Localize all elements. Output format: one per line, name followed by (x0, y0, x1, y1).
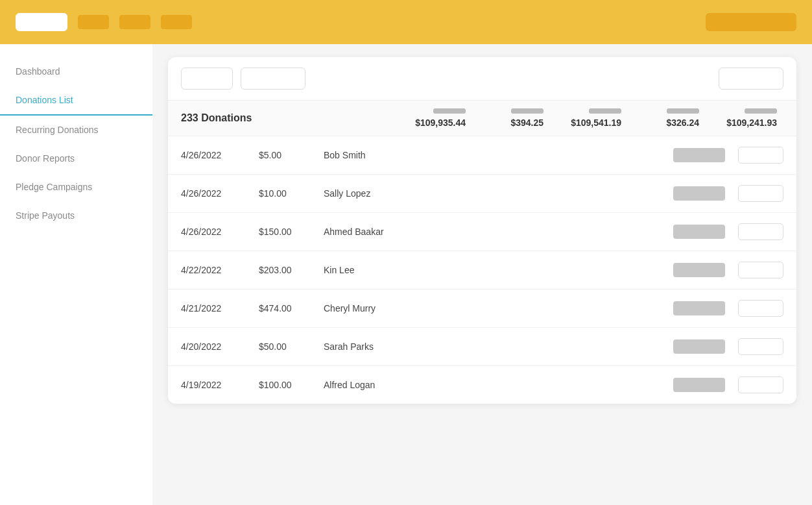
cell-donor-name: Bob Smith (324, 150, 673, 160)
export-button[interactable] (241, 68, 305, 90)
sidebar-item-dashboard[interactable]: Dashboard (0, 57, 152, 86)
navbar-left (16, 13, 192, 31)
table-row: 4/20/2022 $50.00 Sarah Parks (168, 328, 796, 366)
cell-date: 4/19/2022 (181, 380, 259, 390)
sidebar: Dashboard Donations List Recurring Donat… (0, 44, 152, 505)
cell-action-button[interactable] (738, 262, 783, 278)
summary-col-2: $394.25 (472, 108, 550, 128)
cell-status-badge (673, 186, 725, 201)
sidebar-item-recurring-donations[interactable]: Recurring Donations (0, 116, 152, 144)
cell-action-button[interactable] (738, 376, 783, 393)
cell-status-badge (673, 301, 725, 315)
cell-amount: $50.00 (259, 341, 324, 352)
summary-col-1: $109,935.44 (394, 108, 472, 128)
navbar-logo[interactable] (16, 13, 67, 31)
donations-card: 233 Donations $109,935.44 $394.25 $109,5… (168, 57, 796, 404)
summary-col-5: $109,241.93 (706, 108, 783, 128)
table-row: 4/21/2022 $474.00 Cheryl Murry (168, 289, 796, 328)
cell-amount: $150.00 (259, 227, 324, 237)
cell-donor-name: Cheryl Murry (324, 303, 673, 314)
cell-date: 4/26/2022 (181, 150, 259, 160)
cell-amount: $203.00 (259, 265, 324, 275)
cell-status-badge (673, 225, 725, 239)
table-row: 4/19/2022 $100.00 Alfred Logan (168, 366, 796, 404)
cell-donor-name: Kin Lee (324, 265, 673, 275)
sidebar-item-pledge-campaigns[interactable]: Pledge Campaigns (0, 173, 152, 201)
cell-date: 4/26/2022 (181, 188, 259, 199)
col5-label-bar (745, 108, 777, 114)
cell-action-button[interactable] (738, 147, 783, 164)
navbar (0, 0, 812, 44)
col1-value: $109,935.44 (415, 117, 466, 128)
cell-date: 4/26/2022 (181, 227, 259, 237)
table-row: 4/26/2022 $10.00 Sally Lopez (168, 175, 796, 213)
cell-date: 4/22/2022 (181, 265, 259, 275)
cell-date: 4/20/2022 (181, 341, 259, 352)
navbar-cta[interactable] (706, 13, 796, 31)
toolbar-left (181, 68, 305, 90)
summary-col-3: $109,541.19 (550, 108, 628, 128)
cell-amount: $10.00 (259, 188, 324, 199)
col2-label-bar (511, 108, 543, 114)
sidebar-item-stripe-payouts[interactable]: Stripe Payouts (0, 201, 152, 230)
cell-donor-name: Sarah Parks (324, 341, 673, 352)
cell-action-button[interactable] (738, 338, 783, 355)
add-donation-button[interactable] (719, 68, 783, 90)
col5-value: $109,241.93 (726, 117, 777, 128)
toolbar (168, 57, 796, 101)
sidebar-item-donations-list[interactable]: Donations List (0, 86, 152, 116)
table-row: 4/26/2022 $5.00 Bob Smith (168, 136, 796, 175)
cell-amount: $474.00 (259, 303, 324, 314)
navbar-link2[interactable] (119, 15, 150, 29)
sidebar-item-donor-reports[interactable]: Donor Reports (0, 144, 152, 173)
main-content: 233 Donations $109,935.44 $394.25 $109,5… (152, 44, 812, 505)
col4-label-bar (667, 108, 699, 114)
navbar-link1[interactable] (78, 15, 109, 29)
col1-label-bar (433, 108, 466, 114)
summary-columns: $109,935.44 $394.25 $109,541.19 $326.24 (311, 108, 783, 128)
cell-action-button[interactable] (738, 185, 783, 202)
cell-date: 4/21/2022 (181, 303, 259, 314)
filter-button[interactable] (181, 68, 233, 90)
main-layout: Dashboard Donations List Recurring Donat… (0, 44, 812, 505)
col4-value: $326.24 (666, 117, 699, 128)
donations-count: 233 Donations (181, 112, 311, 124)
cell-status-badge (673, 148, 725, 162)
cell-status-badge (673, 378, 725, 392)
cell-action-button[interactable] (738, 300, 783, 317)
cell-amount: $100.00 (259, 380, 324, 390)
cell-donor-name: Alfred Logan (324, 380, 673, 390)
donations-list: 4/26/2022 $5.00 Bob Smith 4/26/2022 $10.… (168, 136, 796, 404)
table-row: 4/22/2022 $203.00 Kin Lee (168, 251, 796, 289)
cell-status-badge (673, 263, 725, 277)
col2-value: $394.25 (510, 117, 543, 128)
cell-amount: $5.00 (259, 150, 324, 160)
cell-donor-name: Ahmed Baakar (324, 227, 673, 237)
table-row: 4/26/2022 $150.00 Ahmed Baakar (168, 213, 796, 251)
summary-row: 233 Donations $109,935.44 $394.25 $109,5… (168, 101, 796, 136)
cell-status-badge (673, 339, 725, 354)
cell-action-button[interactable] (738, 223, 783, 240)
summary-col-4: $326.24 (628, 108, 706, 128)
cell-donor-name: Sally Lopez (324, 188, 673, 199)
navbar-link3[interactable] (161, 15, 192, 29)
col3-value: $109,541.19 (571, 117, 621, 128)
col3-label-bar (589, 108, 621, 114)
